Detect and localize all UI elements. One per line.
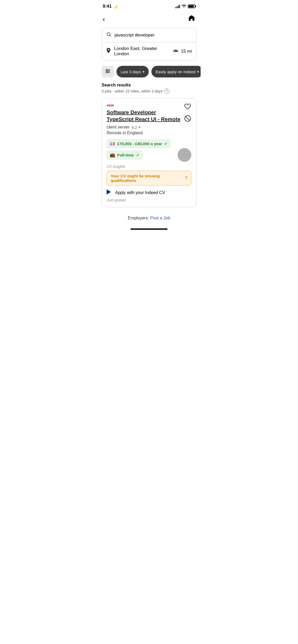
job-title[interactable]: Software Developer TypeScript React UI -… <box>107 109 181 123</box>
cv-warning-text: Your CV might be missing qualifications <box>111 174 183 183</box>
salary-tag: 💷 £70,000 - £80,000 a year ✓ <box>107 139 171 148</box>
time-display: 9:41 <box>103 4 112 9</box>
jobtype-icon: 💼 <box>110 153 115 158</box>
star-icon: ★ <box>138 125 141 129</box>
job-company: client server <box>107 125 129 130</box>
filter-chip-easily-apply-label: Easily apply on Indeed <box>156 70 196 74</box>
cv-warning-box[interactable]: Your CV might be missing qualifications … <box>107 171 191 186</box>
avatar <box>178 148 191 162</box>
job-rating: 4.2 ★ <box>132 125 141 130</box>
cv-question-icon[interactable]: ? <box>185 176 187 181</box>
adjust-icon <box>105 69 110 75</box>
cv-insights-section: CV insights Your CV might be missing qua… <box>107 164 191 186</box>
home-icon <box>188 14 195 22</box>
status-icons <box>175 4 195 9</box>
search-icon <box>106 32 111 38</box>
location-row[interactable]: London East, Greater London 15 mi <box>102 42 196 60</box>
apply-arrow-icon <box>107 189 112 196</box>
search-results-section: Search results 0 jobs - within 15 miles,… <box>97 80 201 95</box>
filter-adjust-button[interactable] <box>102 66 114 77</box>
wifi-icon <box>182 4 186 9</box>
search-row[interactable]: javascript developer <box>102 28 196 42</box>
job-card-left: new Software Developer TypeScript React … <box>107 103 181 139</box>
car-icon <box>173 49 179 54</box>
chevron-down-icon-2: ▾ <box>197 70 199 74</box>
location-text: London East, Greater London <box>114 46 170 57</box>
job-card-header: new Software Developer TypeScript React … <box>107 103 191 139</box>
job-posted: Just posted <box>107 198 191 202</box>
location-icon <box>106 48 111 55</box>
svg-point-4 <box>106 69 108 71</box>
signal-icon <box>175 4 180 8</box>
home-indicator <box>97 226 201 235</box>
home-bar <box>130 228 168 230</box>
apply-text: Apply with your Indeed CV <box>115 190 165 195</box>
distance-section: 15 mi <box>173 49 192 54</box>
distance-text: 15 mi <box>181 49 192 54</box>
save-job-button[interactable] <box>184 103 191 111</box>
post-job-link[interactable]: Post a Job <box>150 216 170 220</box>
salary-icon: 💷 <box>110 141 115 146</box>
svg-point-6 <box>106 72 108 73</box>
search-query: javascript developer <box>115 33 192 38</box>
status-bar: 9:41 🌙 <box>97 0 201 11</box>
home-button[interactable] <box>188 14 195 24</box>
jobtype-tag: 💼 Full-time ✓ <box>107 150 143 160</box>
back-button[interactable]: ‹ <box>103 16 105 22</box>
salary-check-icon: ✓ <box>164 141 168 146</box>
jobtype-check-icon: ✓ <box>136 153 139 158</box>
filter-bar: Last 3 days ▾ Easily apply on Indeed ▾ <box>97 64 201 80</box>
not-interested-button[interactable] <box>184 115 191 123</box>
employers-footer: Employers: Post a Job <box>97 210 201 226</box>
jobtype-value: Full-time <box>117 153 134 157</box>
cv-insights-label: CV insights <box>107 164 191 169</box>
search-results-title: Search results <box>102 83 196 88</box>
svg-marker-9 <box>107 189 111 195</box>
chevron-down-icon: ▾ <box>143 70 145 74</box>
filter-chip-easily-apply[interactable]: Easily apply on Indeed ▾ <box>151 66 201 77</box>
filter-chip-last-3-days-label: Last 3 days <box>121 70 141 74</box>
search-container: javascript developer London East, Greate… <box>102 28 196 61</box>
salary-value: £70,000 - £80,000 a year <box>117 141 162 146</box>
help-icon[interactable]: ? <box>164 89 169 94</box>
job-company-row: client server 4.2 ★ <box>107 125 181 130</box>
filter-chip-last-3-days[interactable]: Last 3 days ▾ <box>116 66 149 77</box>
job-location: Remote in England <box>107 131 181 135</box>
svg-point-5 <box>108 71 109 72</box>
job-card[interactable]: new Software Developer TypeScript React … <box>102 98 196 207</box>
apply-row[interactable]: Apply with your Indeed CV <box>107 189 191 196</box>
job-new-badge: new <box>107 103 181 107</box>
status-time: 9:41 🌙 <box>103 4 118 9</box>
search-results-subtitle: 0 jobs - within 15 miles, within 3 days … <box>102 89 196 94</box>
svg-line-8 <box>186 116 190 121</box>
employers-text: Employers: <box>128 216 149 220</box>
job-card-actions <box>184 103 191 123</box>
rating-value: 4.2 <box>132 125 137 130</box>
results-count: 0 jobs - within 15 miles, within 3 days <box>102 89 162 93</box>
nav-bar: ‹ <box>97 11 201 28</box>
moon-icon: 🌙 <box>113 4 118 8</box>
battery-icon <box>188 4 195 8</box>
